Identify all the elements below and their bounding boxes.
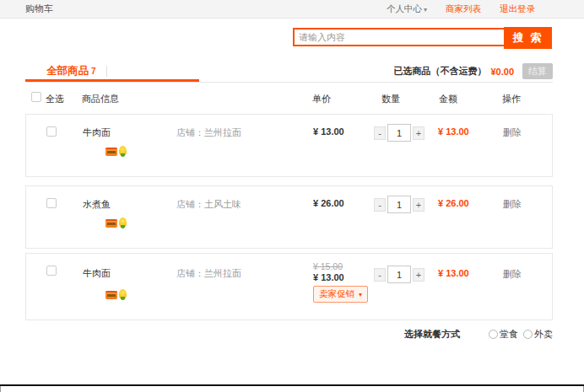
- item-amount: ¥ 26.00: [438, 198, 469, 208]
- dining-mode-section: 选择就餐方式 堂食 外卖: [25, 328, 553, 341]
- item-amount: ¥ 13.00: [438, 268, 469, 278]
- cart-strip: 全部商品7 已选商品（不含运费） ¥0.00 结算: [25, 62, 553, 81]
- shopping-cart-page: 购物车 个人中心▾ 商家列表 退出登录 搜 索 全部商品7 已选商品（不含运费）…: [0, 0, 584, 392]
- tab-label: 全部商品: [46, 65, 89, 77]
- merchant-list-link[interactable]: 商家列表: [446, 3, 481, 15]
- search-input[interactable]: [293, 28, 509, 46]
- item-amount: ¥ 13.00: [438, 126, 469, 137]
- quantity-increase-button[interactable]: +: [413, 198, 424, 212]
- takeout-radio[interactable]: [523, 330, 533, 339]
- quantity-stepper: - +: [374, 196, 424, 213]
- item-checkbox[interactable]: [46, 198, 57, 208]
- quantity-increase-button[interactable]: +: [413, 126, 424, 140]
- logout-link[interactable]: 退出登录: [500, 3, 535, 15]
- page-title: 购物车: [25, 3, 53, 15]
- quantity-decrease-button[interactable]: -: [374, 126, 386, 140]
- item-unit-price: ¥ 13.00: [313, 272, 368, 282]
- item-checkbox[interactable]: [46, 126, 57, 137]
- selected-total-amount: ¥0.00: [490, 67, 514, 77]
- checkout-summary: 已选商品（不含运费） ¥0.00 结算: [393, 63, 553, 79]
- page-frame-edges: [0, 386, 584, 392]
- item-shop: 店铺：兰州拉面: [176, 267, 241, 280]
- quantity-stepper: - +: [374, 266, 424, 283]
- topbar: 购物车 个人中心▾ 商家列表 退出登录: [0, 0, 584, 19]
- quantity-decrease-button[interactable]: -: [374, 268, 386, 282]
- quantity-decrease-button[interactable]: -: [374, 198, 386, 212]
- item-price-stack: ¥ 15.00 ¥ 13.00 卖家促销 ▾: [313, 261, 368, 303]
- card-icon: [105, 219, 117, 228]
- quantity-input[interactable]: [387, 196, 411, 213]
- selected-goods-label: 已选商品（不含运费）: [393, 65, 486, 78]
- item-name: 牛肉面: [83, 267, 111, 280]
- quantity-input[interactable]: [387, 124, 411, 142]
- column-operation: 操作: [502, 93, 521, 105]
- dining-option-takeout[interactable]: 外卖: [523, 328, 553, 341]
- column-product-info: 商品信息: [82, 93, 119, 105]
- delete-item-link[interactable]: 删除: [503, 126, 522, 139]
- tab-all-products[interactable]: 全部商品7: [46, 64, 96, 78]
- item-checkbox[interactable]: [46, 266, 57, 276]
- dining-mode-label: 选择就餐方式: [404, 328, 460, 341]
- search-button[interactable]: 搜 索: [504, 27, 552, 49]
- tab-count-badge: 7: [91, 67, 96, 76]
- select-all-label: 全选: [46, 93, 64, 105]
- topbar-links: 个人中心▾ 商家列表 退出登录: [387, 3, 535, 15]
- user-center-label: 个人中心: [387, 3, 422, 13]
- corn-icon: [119, 146, 127, 156]
- item-shop: 店铺：兰州拉面: [176, 126, 241, 139]
- item-unit-price: ¥ 13.00: [313, 126, 344, 137]
- seller-promo-label: 卖家促销: [319, 288, 354, 298]
- card-icon: [105, 148, 117, 156]
- item-shop: 店铺：土风土味: [176, 198, 241, 211]
- takeout-label: 外卖: [534, 328, 553, 341]
- user-center-menu[interactable]: 个人中心▾: [387, 3, 427, 15]
- checkout-button[interactable]: 结算: [522, 63, 553, 79]
- chevron-down-icon: ▾: [424, 6, 427, 13]
- quantity-input[interactable]: [387, 266, 411, 283]
- item-name: 水煮鱼: [83, 198, 111, 211]
- dining-option-dine-in[interactable]: 堂食: [489, 328, 518, 341]
- tab-divider: [106, 66, 107, 77]
- column-unit-price: 单价: [312, 93, 331, 105]
- select-all-checkbox[interactable]: [31, 92, 41, 102]
- corn-icon: [119, 289, 127, 299]
- item-tag-icons: [105, 289, 127, 299]
- column-quantity: 数量: [381, 93, 400, 105]
- seller-promo-badge[interactable]: 卖家促销 ▾: [313, 286, 368, 303]
- quantity-increase-button[interactable]: +: [413, 268, 424, 282]
- item-tag-icons: [105, 146, 127, 156]
- dine-in-label: 堂食: [500, 328, 518, 341]
- delete-item-link[interactable]: 删除: [503, 198, 522, 211]
- item-original-price: ¥ 15.00: [313, 261, 368, 271]
- corn-icon: [119, 217, 127, 228]
- cart-item-row: 牛肉面 店铺：兰州拉面 ¥ 13.00 - + ¥ 13.00 删除: [25, 114, 553, 177]
- quantity-stepper: - +: [374, 124, 424, 142]
- strip-divider-line: [25, 82, 553, 83]
- table-header: 全选 商品信息 单价 数量 金额 操作: [25, 88, 553, 110]
- column-amount: 金额: [439, 93, 457, 105]
- dine-in-radio[interactable]: [489, 330, 498, 339]
- cart-item-row: 水煮鱼 店铺：土风土味 ¥ 26.00 - + ¥ 26.00 删除: [25, 185, 553, 249]
- delete-item-link[interactable]: 删除: [503, 268, 522, 281]
- item-tag-icons: [105, 217, 127, 228]
- card-icon: [105, 291, 117, 299]
- cart-item-row: 牛肉面 店铺：兰州拉面 ¥ 15.00 ¥ 13.00 卖家促销 ▾ - + ¥…: [25, 253, 553, 320]
- item-name: 牛肉面: [83, 126, 111, 139]
- item-unit-price: ¥ 26.00: [313, 198, 344, 208]
- chevron-down-icon: ▾: [359, 291, 362, 298]
